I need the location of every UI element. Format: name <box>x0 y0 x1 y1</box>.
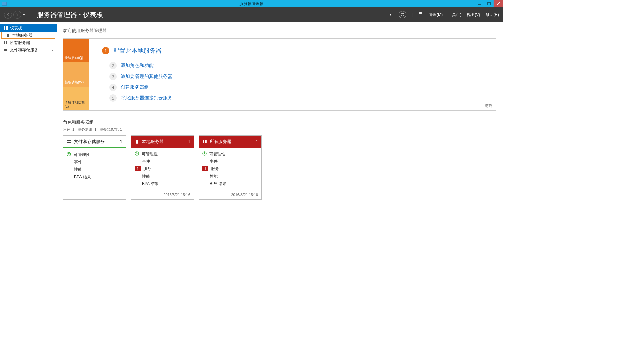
notifications-flag-icon[interactable] <box>418 11 423 18</box>
tile-count: 1 <box>188 139 190 144</box>
step-configure-local[interactable]: 1 配置此本地服务器 <box>102 47 489 55</box>
menu-manage[interactable]: 管理(M) <box>429 12 443 18</box>
tile-row-events[interactable]: 事件 <box>135 158 190 165</box>
tile-all-servers[interactable]: 所有服务器 1 可管理性 事件 1服务 性能 BPA 结果 2016/3/21 … <box>199 135 262 200</box>
tile-title: 本地服务器 <box>142 139 164 145</box>
hide-link[interactable]: 隐藏 <box>485 103 492 108</box>
maximize-button[interactable] <box>484 0 493 7</box>
row-label: 事件 <box>74 159 82 165</box>
step-label: 添加要管理的其他服务器 <box>121 73 172 80</box>
sidebar-item-dashboard[interactable]: 仪表板 <box>0 24 57 32</box>
tile-title: 所有服务器 <box>210 139 231 145</box>
tile-header: 所有服务器 1 <box>199 136 261 148</box>
chevron-right-icon: ▸ <box>52 48 53 52</box>
svg-rect-11 <box>4 41 5 44</box>
svg-rect-16 <box>67 142 71 143</box>
breadcrumb-separator-icon: • <box>79 12 81 17</box>
nav-forward-button[interactable] <box>13 11 21 19</box>
sidebar-item-label: 文件和存储服务 <box>10 47 38 53</box>
status-ok-icon <box>202 151 207 157</box>
tile-row-events[interactable]: 事件 <box>202 158 258 165</box>
tile-row-performance[interactable]: 性能 <box>135 172 190 180</box>
step-add-servers[interactable]: 3 添加要管理的其他服务器 <box>109 73 489 80</box>
header-bar: ▼ 服务器管理器 • 仪表板 ▼ | 管理(M) 工具(T) 视图(V) 帮助(… <box>0 7 503 22</box>
tile-row-manageability[interactable]: 可管理性 <box>135 150 190 158</box>
sidebar-item-all-servers[interactable]: 所有服务器 <box>0 39 57 46</box>
quickstart-steps: 1 配置此本地服务器 2 添加角色和功能 3 添加要管理的其他服务器 4 创建服… <box>89 39 496 110</box>
row-label: BPA 结果 <box>210 181 226 187</box>
tile-row-events[interactable]: 事件 <box>67 158 122 166</box>
roles-section-subtitle: 角色: 1 | 服务器组: 1 | 服务器总数: 1 <box>63 127 496 132</box>
roles-section-title: 角色和服务器组 <box>63 119 496 126</box>
tab-learnmore[interactable]: 了解详细信息(L) <box>63 87 89 110</box>
tile-row-bpa[interactable]: BPA 结果 <box>135 180 190 187</box>
step-number: 1 <box>102 47 109 54</box>
tile-row-services[interactable]: 1服务 <box>135 165 190 172</box>
svg-rect-3 <box>488 2 490 5</box>
breadcrumb-root[interactable]: 服务器管理器 <box>37 10 77 19</box>
app-icon <box>2 1 7 6</box>
tile-row-services[interactable]: 1服务 <box>202 165 258 172</box>
storage-icon <box>67 139 71 144</box>
tile-row-bpa[interactable]: BPA 结果 <box>67 173 122 181</box>
tile-file-storage[interactable]: 文件和存储服务 1 可管理性 事件 性能 BPA 结果 <box>63 135 126 200</box>
nav-dropdown-icon[interactable]: ▼ <box>23 13 25 16</box>
step-add-roles[interactable]: 2 添加角色和功能 <box>109 62 489 69</box>
welcome-panel: 快速启动(Q) 新增功能(W) 了解详细信息(L) 1 配置此本地服务器 2 添… <box>63 38 496 111</box>
tile-header: 本地服务器 1 <box>131 136 194 148</box>
sidebar-item-label: 本地服务器 <box>12 33 32 38</box>
sidebar-item-local-server[interactable]: 本地服务器 <box>1 32 55 39</box>
tile-count: 1 <box>120 139 122 144</box>
tile-count: 1 <box>256 139 258 144</box>
row-label: 性能 <box>74 167 82 172</box>
close-button[interactable] <box>493 0 503 7</box>
minimize-button[interactable] <box>475 0 484 7</box>
row-label: 事件 <box>142 159 150 164</box>
alert-badge: 1 <box>202 166 208 171</box>
svg-rect-14 <box>4 50 7 51</box>
row-label: 性能 <box>142 173 150 179</box>
tile-row-bpa[interactable]: BPA 结果 <box>202 180 258 187</box>
step-label: 配置此本地服务器 <box>113 47 162 55</box>
alert-badge: 1 <box>135 166 141 171</box>
status-ok-icon <box>67 152 71 157</box>
sidebar-item-file-storage[interactable]: 文件和存储服务 ▸ <box>0 46 57 54</box>
svg-rect-12 <box>6 41 7 44</box>
tile-row-manageability[interactable]: 可管理性 <box>202 150 258 158</box>
tile-local-server[interactable]: 本地服务器 1 可管理性 事件 1服务 性能 BPA 结果 2016/3/21 … <box>131 135 194 200</box>
svg-rect-21 <box>205 140 207 143</box>
tile-timestamp: 2016/3/21 15:16 <box>199 191 261 199</box>
svg-rect-8 <box>4 28 5 30</box>
step-label: 将此服务器连接到云服务 <box>121 95 172 101</box>
tab-label: 快速启动(Q) <box>65 56 83 60</box>
server-icon <box>135 139 139 144</box>
servers-icon <box>3 40 8 45</box>
sidebar-item-label: 所有服务器 <box>10 40 30 46</box>
row-label: 可管理性 <box>74 152 90 158</box>
tile-row-manageability[interactable]: 可管理性 <box>67 151 122 158</box>
tab-whatsnew[interactable]: 新增功能(W) <box>63 62 89 86</box>
welcome-heading: 欢迎使用服务器管理器 <box>63 28 496 34</box>
nav-back-button[interactable] <box>4 11 12 19</box>
header-separator: | <box>412 12 413 17</box>
step-connect-cloud[interactable]: 5 将此服务器连接到云服务 <box>109 94 489 102</box>
tile-row-performance[interactable]: 性能 <box>202 172 258 180</box>
svg-rect-6 <box>4 26 5 28</box>
header-dropdown-icon[interactable]: ▼ <box>389 13 392 16</box>
step-create-group[interactable]: 4 创建服务器组 <box>109 84 489 91</box>
tiles-row: 文件和存储服务 1 可管理性 事件 性能 BPA 结果 本地服务器 1 <box>63 135 496 200</box>
sidebar: 仪表板 本地服务器 所有服务器 文件和存储服务 ▸ <box>0 22 57 273</box>
menu-tools[interactable]: 工具(T) <box>448 12 461 18</box>
svg-rect-10 <box>7 34 9 37</box>
menu-help[interactable]: 帮助(H) <box>485 12 499 18</box>
tab-quickstart[interactable]: 快速启动(Q) <box>63 39 89 62</box>
tab-label: 了解详细信息(L) <box>65 100 87 108</box>
step-number: 5 <box>109 94 117 102</box>
servers-icon <box>202 139 207 144</box>
refresh-icon[interactable] <box>399 11 406 18</box>
menu-view[interactable]: 视图(V) <box>467 12 480 18</box>
tile-timestamp: 2016/3/21 15:16 <box>131 191 194 199</box>
row-label: 服务 <box>143 166 151 172</box>
tile-row-performance[interactable]: 性能 <box>67 166 122 173</box>
server-icon <box>5 33 10 38</box>
